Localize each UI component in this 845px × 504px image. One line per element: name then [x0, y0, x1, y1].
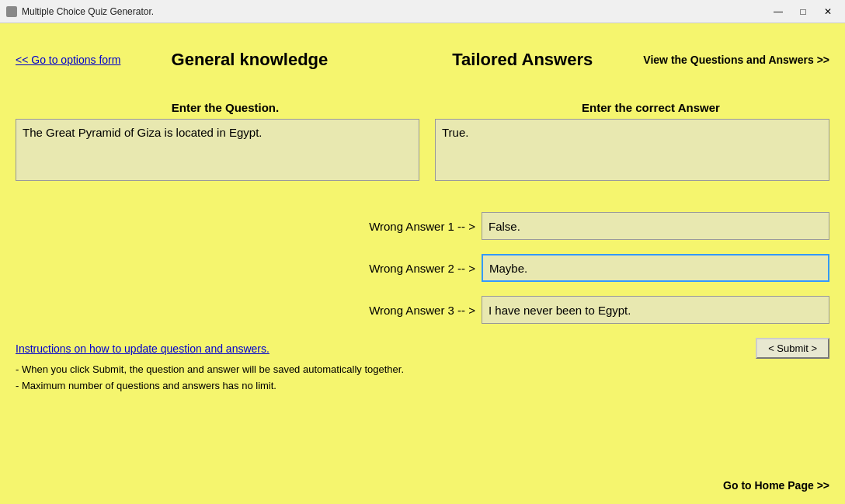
- maximize-button[interactable]: □: [792, 4, 814, 19]
- question-input[interactable]: [16, 119, 419, 181]
- info-line-1: - When you click Submit, the question an…: [0, 363, 845, 375]
- back-link[interactable]: << Go to options form: [16, 54, 120, 66]
- main-title: General knowledge: [172, 50, 329, 70]
- title-bar: Multiple Choice Quiz Generator. — □ ✕: [0, 0, 845, 23]
- home-link[interactable]: Go to Home Page >>: [723, 479, 829, 492]
- question-label: Enter the Question.: [16, 101, 435, 114]
- instructions-link[interactable]: Instructions on how to update question a…: [16, 342, 269, 355]
- wrong-answer-row-2: Wrong Answer 2 -- >: [16, 254, 829, 282]
- wrong-answer-input-3[interactable]: [482, 296, 829, 324]
- wrong-answer-input-2[interactable]: [482, 254, 829, 282]
- wrong-answer-row-3: Wrong Answer 3 -- >: [16, 296, 829, 324]
- answer-label: Enter the correct Answer: [472, 101, 829, 114]
- wrong-answer-label-3: Wrong Answer 3 -- >: [16, 304, 482, 317]
- wrong-answer-row-1: Wrong Answer 1 -- >: [16, 212, 829, 240]
- title-bar-left: Multiple Choice Quiz Generator.: [6, 6, 154, 17]
- title-bar-controls: — □ ✕: [767, 4, 839, 19]
- inputs-row: [0, 119, 845, 181]
- subtitle: Tailored Answers: [452, 50, 593, 70]
- wrong-answer-input-1[interactable]: [482, 212, 829, 240]
- app-icon: [6, 6, 17, 17]
- info-line-2: - Maximum number of questions and answer…: [0, 380, 845, 391]
- header-center: General knowledge Tailored Answers: [172, 50, 593, 70]
- submit-button[interactable]: < Submit >: [756, 338, 829, 359]
- title-bar-title: Multiple Choice Quiz Generator.: [22, 6, 154, 17]
- main-content: << Go to options form General knowledge …: [0, 23, 845, 504]
- wrong-answers-section: Wrong Answer 1 -- > Wrong Answer 2 -- > …: [0, 212, 845, 324]
- minimize-button[interactable]: —: [767, 4, 789, 19]
- close-button[interactable]: ✕: [817, 4, 839, 19]
- wrong-answer-label-2: Wrong Answer 2 -- >: [16, 262, 482, 275]
- submit-row: Instructions on how to update question a…: [0, 338, 845, 359]
- labels-row: Enter the Question. Enter the correct An…: [0, 85, 845, 119]
- view-link[interactable]: View the Questions and Answers >>: [643, 54, 829, 66]
- answer-input[interactable]: [435, 119, 829, 181]
- header-row: << Go to options form General knowledge …: [0, 23, 845, 85]
- wrong-answer-label-1: Wrong Answer 1 -- >: [16, 220, 482, 233]
